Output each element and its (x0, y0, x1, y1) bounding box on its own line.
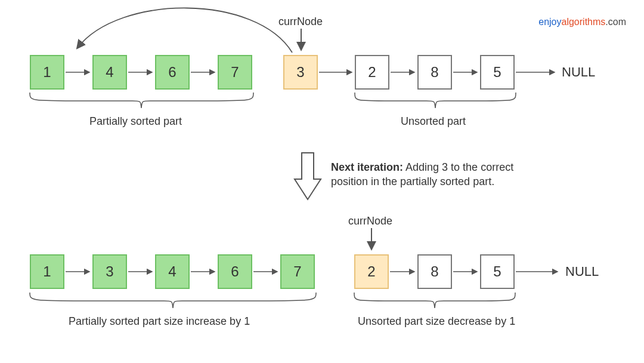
brace-unsorted-2 (354, 293, 515, 310)
caption-sorted-2: Partially sorted part size increase by 1 (69, 315, 250, 328)
null-2: NULL (565, 264, 599, 279)
caption-unsorted-2: Unsorted part size decrease by 1 (358, 315, 515, 328)
brace-sorted-2 (30, 293, 316, 310)
